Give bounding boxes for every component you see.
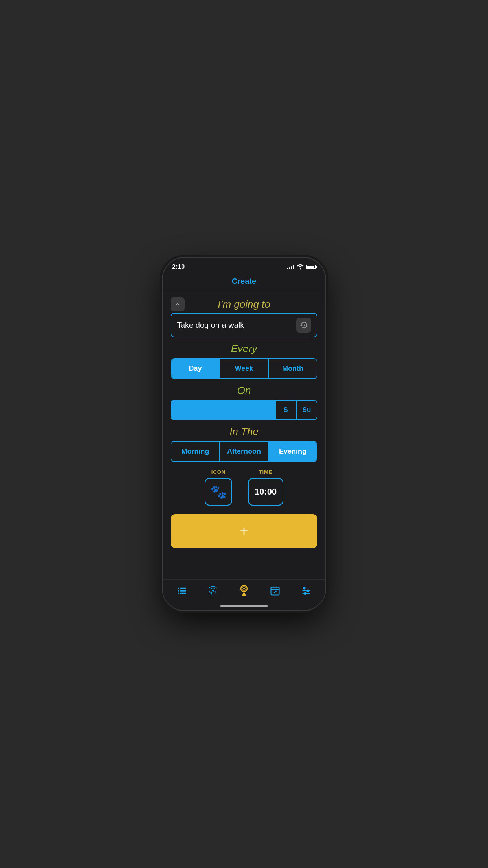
time-of-day-buttons: Morning Afternoon Evening <box>171 441 317 462</box>
day-buttons: M T W Th F S Su <box>171 400 317 420</box>
day-tuesday-button[interactable]: T <box>192 401 213 419</box>
phone-frame: 2:10 Create <box>163 258 325 610</box>
battery-fill <box>307 266 314 268</box>
history-icon <box>299 321 308 329</box>
time-col: TIME 10:00 <box>248 469 283 506</box>
tab-home[interactable] <box>235 585 253 597</box>
status-time: 2:10 <box>172 263 185 270</box>
page-title: Create <box>232 277 256 285</box>
add-button[interactable]: + <box>171 514 317 548</box>
svg-point-17 <box>303 587 305 589</box>
svg-rect-4 <box>178 593 180 594</box>
going-to-section: I'm going to Take dog on a walk <box>171 297 317 337</box>
content-area: I'm going to Take dog on a walk Every <box>163 291 325 579</box>
status-icons <box>287 264 316 270</box>
going-to-header: I'm going to <box>171 297 317 311</box>
tab-calendar[interactable] <box>266 585 284 596</box>
tod-evening-button[interactable]: Evening <box>269 442 317 461</box>
list-icon <box>176 585 187 596</box>
calendar-icon <box>270 585 281 596</box>
tab-bar <box>163 579 325 605</box>
status-bar: 2:10 <box>163 258 325 274</box>
tod-morning-button[interactable]: Morning <box>171 442 220 461</box>
svg-point-19 <box>304 593 306 595</box>
task-input-row[interactable]: Take dog on a walk <box>171 313 317 337</box>
day-wednesday-button[interactable]: W <box>213 401 234 419</box>
sliders-icon <box>301 585 312 596</box>
home-indicator <box>220 605 268 607</box>
going-to-label: I'm going to <box>218 298 270 310</box>
signal-icon <box>287 265 294 269</box>
day-friday-button[interactable]: F <box>255 401 276 419</box>
svg-rect-2 <box>178 590 180 592</box>
svg-point-18 <box>307 590 309 592</box>
day-monday-button[interactable]: M <box>171 401 192 419</box>
time-value: 10:00 <box>255 487 277 497</box>
tab-list[interactable] <box>172 585 191 596</box>
on-label: On <box>237 384 251 396</box>
nav-header: Create <box>163 274 325 291</box>
tod-afternoon-button[interactable]: Afternoon <box>220 442 269 461</box>
add-button-label: + <box>240 523 248 539</box>
every-section: Every Day Week Month <box>171 343 317 379</box>
wifi-icon <box>297 264 304 270</box>
svg-point-8 <box>243 588 245 589</box>
collapse-button[interactable] <box>171 297 185 311</box>
fingerprint-icon <box>207 585 218 596</box>
home-icon <box>238 585 250 597</box>
tab-settings[interactable] <box>297 585 316 596</box>
icon-picker-button[interactable]: 🐾 <box>205 478 232 506</box>
time-picker-button[interactable]: 10:00 <box>248 478 283 506</box>
svg-rect-5 <box>180 593 186 594</box>
chevron-up-icon <box>174 301 181 308</box>
paw-icon: 🐾 <box>210 484 227 500</box>
on-section: On M T W Th F S <box>171 384 317 420</box>
freq-month-button[interactable]: Month <box>269 359 317 378</box>
svg-rect-10 <box>271 587 279 595</box>
svg-rect-0 <box>178 588 180 589</box>
task-input[interactable]: Take dog on a walk <box>177 321 296 330</box>
icon-time-row: ICON 🐾 TIME 10:00 <box>171 467 317 507</box>
every-label: Every <box>231 343 257 355</box>
battery-icon <box>306 265 316 269</box>
frequency-buttons: Day Week Month <box>171 358 317 379</box>
svg-rect-1 <box>180 588 186 589</box>
day-saturday-button[interactable]: S <box>276 401 297 419</box>
in-the-section: In The Morning Afternoon Evening <box>171 426 317 462</box>
svg-rect-3 <box>180 590 186 592</box>
svg-marker-9 <box>242 592 246 596</box>
day-thursday-button[interactable]: Th <box>234 401 255 419</box>
freq-day-button[interactable]: Day <box>171 359 220 378</box>
icon-col: ICON 🐾 <box>205 469 232 506</box>
tab-fingerprint[interactable] <box>204 585 222 596</box>
freq-week-button[interactable]: Week <box>220 359 269 378</box>
history-button[interactable] <box>296 318 311 333</box>
in-the-label: In The <box>229 426 259 438</box>
time-label: TIME <box>259 469 272 475</box>
day-sunday-button[interactable]: Su <box>297 401 317 419</box>
icon-label: ICON <box>211 469 226 475</box>
